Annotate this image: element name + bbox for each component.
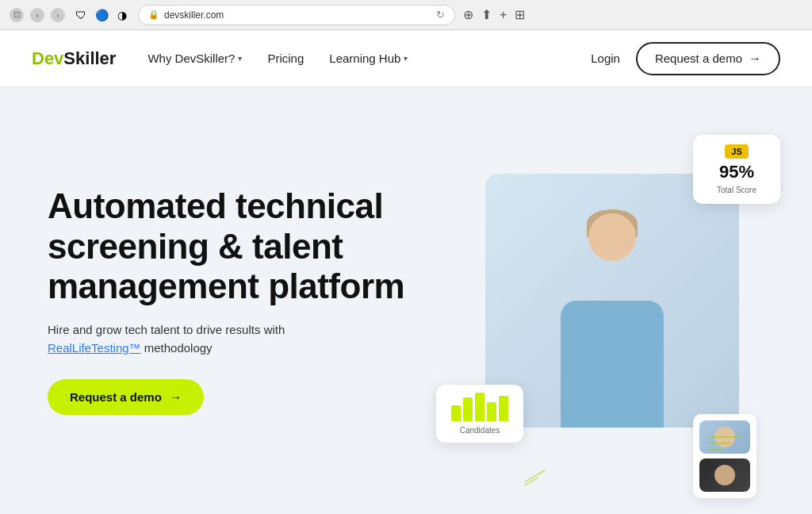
learning-chevron-icon: ▾ (404, 54, 408, 63)
nav-why-devskiller[interactable]: Why DevSkiller? ▾ (147, 52, 242, 65)
login-button[interactable]: Login (591, 52, 620, 65)
privacy-icon: 🔵 (94, 7, 109, 23)
bar-3 (475, 393, 485, 421)
fingerprint-icon: ◑ (114, 7, 130, 23)
reallife-testing-link[interactable]: RealLifeTesting™ (48, 341, 141, 355)
methodology-text: methodology (141, 341, 213, 355)
nav-learning-label: Learning Hub (329, 52, 400, 65)
shield-icon: 🛡 (73, 7, 89, 23)
hero-content: Automated technical screening & talent m… (48, 186, 460, 415)
nav-links: Why DevSkiller? ▾ Pricing Learning Hub ▾ (147, 52, 591, 65)
avatar-face-2 (714, 465, 735, 485)
avatar-stack (693, 414, 756, 498)
nav-why-label: Why DevSkiller? (147, 52, 235, 65)
nav-pricing[interactable]: Pricing (267, 52, 304, 65)
logo-dev: Dev (32, 48, 63, 68)
hero-link-row: RealLifeTesting™ methodology (48, 341, 460, 355)
person-body (561, 301, 664, 428)
person-silhouette (509, 198, 715, 428)
bar-4 (487, 402, 496, 421)
browser-controls: ⊡ ‹ › (10, 8, 65, 22)
subtitle-text: Hire and grow tech talent to drive resul… (48, 323, 285, 336)
nav-right: Login Request a demo → (591, 42, 780, 75)
deco-line-1 (709, 436, 741, 438)
browser-chrome: ⊡ ‹ › 🛡 🔵 ◑ 🔒 devskiller.com ↻ ⊕ ⬆ + ⊞ (0, 0, 812, 30)
url-text: devskiller.com (164, 10, 224, 21)
back-btn[interactable]: ‹ (30, 8, 44, 22)
deco-line-2 (709, 443, 731, 444)
site-navigation: DevSkiller Why DevSkiller? ▾ Pricing Lea… (0, 30, 812, 87)
sidebar-toggle-btn[interactable]: ⊡ (10, 8, 24, 22)
request-demo-button[interactable]: Request a demo → (636, 42, 780, 75)
deco-line-left-1 (525, 470, 546, 483)
reload-icon[interactable]: ↻ (436, 9, 445, 21)
tab-overview-btn[interactable]: ⊞ (515, 7, 525, 22)
forward-btn[interactable]: › (51, 8, 65, 22)
hero-subtitle: Hire and grow tech talent to drive resul… (48, 323, 460, 336)
demo-arrow-icon: → (749, 52, 761, 66)
score-card: JS 95% Total Score (693, 135, 780, 204)
js-badge: JS (725, 144, 748, 159)
nav-learning-hub[interactable]: Learning Hub ▾ (329, 52, 408, 65)
hero-section: Automated technical screening & talent m… (0, 87, 812, 514)
security-icons: 🛡 🔵 ◑ (73, 7, 130, 23)
share-btn[interactable]: ⬆ (481, 7, 492, 22)
avatar-2 (699, 458, 750, 492)
candidates-label: Candidates (460, 426, 500, 435)
why-chevron-icon: ▾ (238, 54, 242, 63)
score-label: Total Score (717, 186, 756, 194)
browser-actions: ⊕ ⬆ + ⊞ (463, 7, 525, 22)
deco-line-3 (709, 449, 723, 451)
logo[interactable]: DevSkiller (32, 48, 116, 69)
cta-label: Request a demo (70, 390, 162, 404)
nav-pricing-label: Pricing (267, 52, 304, 65)
decorative-lines (709, 436, 741, 451)
hero-title: Automated technical screening & talent m… (48, 186, 460, 307)
lock-icon: 🔒 (148, 10, 159, 20)
person-head (588, 213, 636, 261)
logo-skiller: Skiller (63, 48, 116, 68)
hero-illustration: JS 95% Total Score Candidates (460, 87, 764, 514)
new-tab-btn[interactable]: + (500, 8, 507, 22)
address-bar[interactable]: 🔒 devskiller.com ↻ (138, 5, 455, 25)
person-photo (485, 174, 739, 428)
cta-arrow-icon: → (170, 390, 182, 404)
download-btn[interactable]: ⊕ (463, 7, 473, 22)
demo-label: Request a demo (655, 52, 742, 65)
deco-lines-left (523, 475, 547, 482)
bar-5 (499, 396, 508, 421)
score-percentage: 95% (719, 162, 754, 182)
hero-cta-button[interactable]: Request a demo → (48, 379, 204, 415)
bar-2 (463, 397, 473, 421)
